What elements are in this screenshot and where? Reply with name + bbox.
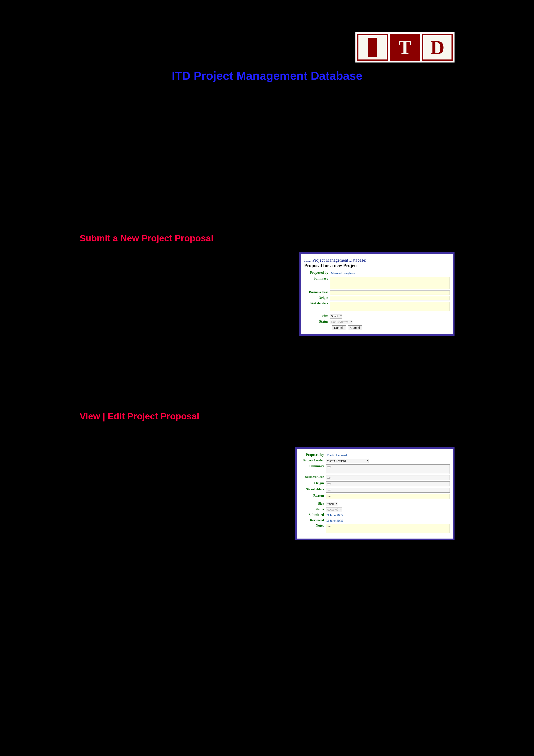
- summary-label: Summary: [300, 464, 326, 468]
- size-label: Size: [300, 502, 326, 505]
- summary-label: Summary: [304, 277, 330, 281]
- logo-letter-t: [390, 34, 420, 61]
- breadcrumb-link[interactable]: ITD Project Management Database:: [304, 258, 450, 263]
- logo-letter-d: [422, 34, 453, 61]
- business-case-value: test: [326, 475, 450, 480]
- project-leader-label: Project Leader: [300, 459, 326, 462]
- notes-input[interactable]: test: [326, 524, 450, 533]
- stakeholders-label: Stakeholders: [300, 488, 326, 491]
- status-value: Accepted: [326, 507, 342, 512]
- cancel-button[interactable]: Cancel: [348, 325, 362, 330]
- size-select[interactable]: Small: [330, 314, 342, 318]
- size-select[interactable]: Small: [326, 502, 338, 506]
- reviewed-value: 03 June 2005: [326, 519, 343, 523]
- logo-letter-i: [357, 34, 388, 61]
- section-submit-title: Submit a New Project Proposal: [80, 233, 454, 244]
- proposed-by-label: Proposed by: [304, 271, 330, 275]
- stakeholders-value: test: [326, 488, 450, 493]
- proposal-new-form: ITD Project Management Database: Proposa…: [299, 252, 454, 336]
- proposed-by-value: Mairead Loughran: [330, 271, 450, 275]
- reason-input[interactable]: test: [326, 494, 450, 499]
- submitted-label: Submitted: [300, 513, 326, 517]
- business-case-label: Business Case: [300, 475, 326, 479]
- form-heading: Proposal for a new Project: [304, 263, 450, 268]
- reviewed-label: Reviewed: [300, 519, 326, 522]
- proposal-view-form: Proposed by Martin Leonard Project Leade…: [295, 447, 454, 540]
- stakeholders-input[interactable]: [330, 302, 450, 311]
- summary-input[interactable]: [330, 277, 450, 289]
- stakeholders-label: Stakeholders: [304, 302, 330, 305]
- submit-button[interactable]: Submit: [332, 325, 346, 330]
- submitted-value: 03 June 2005: [326, 513, 343, 517]
- project-leader-select[interactable]: Martin Leonard: [326, 459, 369, 463]
- status-label: Status: [300, 507, 326, 511]
- proposed-by-label: Proposed by: [300, 453, 326, 457]
- reason-label: Reason: [300, 494, 326, 498]
- section-view-title: View | Edit Project Proposal: [80, 411, 454, 421]
- itd-logo: [355, 32, 454, 63]
- notes-label: Notes: [300, 524, 326, 527]
- business-case-label: Business Case: [304, 290, 330, 294]
- status-select: Not Reviewed: [330, 320, 352, 324]
- origin-input[interactable]: [330, 296, 450, 300]
- origin-label: Origin: [304, 296, 330, 300]
- page-title: ITD Project Management Database: [80, 69, 454, 82]
- status-label: Status: [304, 320, 330, 323]
- origin-label: Origin: [300, 481, 326, 485]
- proposed-by-value: Martin Leonard: [326, 453, 450, 458]
- origin-value: test: [326, 481, 450, 486]
- size-label: Size: [304, 314, 330, 318]
- business-case-input[interactable]: [330, 290, 450, 295]
- summary-value: test: [326, 464, 450, 474]
